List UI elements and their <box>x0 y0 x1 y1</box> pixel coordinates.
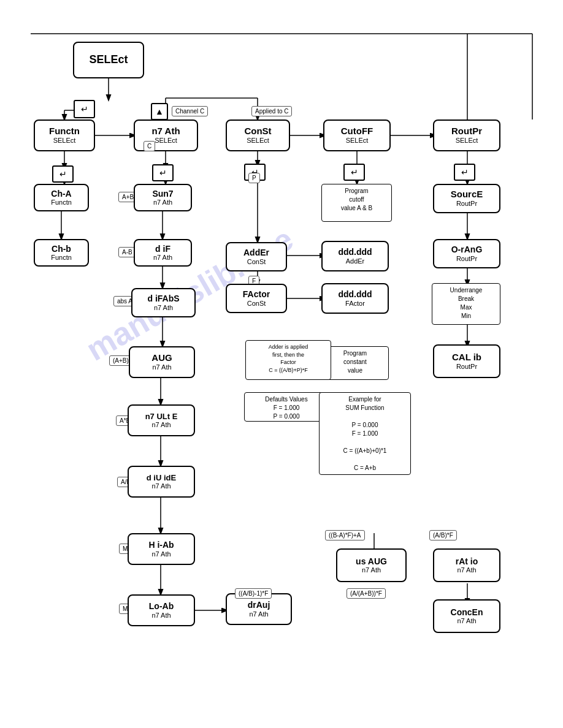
aapb-label: (A/(A+B))*F <box>347 588 386 599</box>
factor-box: FActor ConSt <box>226 284 287 313</box>
us-aug-box: us AUG n7 Ath <box>336 548 407 582</box>
cal-ib-box: CAL ib RoutPr <box>433 344 500 378</box>
enter-symbol-1: ↵ <box>74 100 95 118</box>
aug-box: AUG n7 Ath <box>129 346 195 378</box>
enter-symbol-3: ↵ <box>152 164 174 181</box>
o-rang-box: O-rAnG RoutPr <box>433 239 500 268</box>
source-box: SourcE RoutPr <box>433 184 500 213</box>
sun7-box: Sun7 n7 Ath <box>134 184 192 211</box>
channel-c-label: Channel C <box>172 106 208 116</box>
p-label: P <box>248 173 260 183</box>
lo-ab-box: Lo-Ab n7 Ath <box>128 594 195 626</box>
flowchart-diagram: manualslib.one <box>0 0 563 728</box>
adder-info-box: Adder is appliedfirst, then theFactorC =… <box>245 340 331 380</box>
defaults-info-box: Defaults ValuesF = 1.000P = 0.000 <box>244 392 329 422</box>
applied-c-label: Applied to C <box>251 106 292 116</box>
ch-a-box: Ch-A Functn <box>34 184 89 211</box>
c-label-box: C <box>144 141 155 151</box>
routpr-box: RoutPr SELEct <box>433 119 500 151</box>
ch-b-box: Ch-b Functn <box>34 239 89 267</box>
ab1-label: ((A/B)-1)*F <box>235 588 272 599</box>
bma-label: ((B-A)*F)+A <box>325 530 365 540</box>
n7-ulte-box: n7 ULt E n7 Ath <box>128 404 195 436</box>
ddd-factor-box: ddd.ddd FActor <box>321 283 389 314</box>
const-box: ConSt SELEct <box>226 119 290 151</box>
enter-symbol-2: ↵ <box>52 165 74 183</box>
sum-example-box: Example forSUM FunctionP = 0.000F = 1.00… <box>319 392 411 475</box>
enter-symbol-5: ↵ <box>343 164 365 181</box>
cutoff-box: CutoFF SELEct <box>323 119 391 151</box>
ddd-adder-box: ddd.ddd AddEr <box>321 241 389 271</box>
concen-box: ConcEn n7 Ath <box>433 599 500 633</box>
up-arrow-box: ▲ <box>151 103 168 120</box>
hi-ab-box: H i-Ab n7 Ath <box>128 533 195 565</box>
ratio-box: rAt io n7 Ath <box>433 548 500 582</box>
select-box: SELEct <box>73 42 144 78</box>
underrange-box: UnderrangeBreakMaxMin <box>432 283 500 325</box>
adder-box: AddEr ConSt <box>226 242 287 271</box>
divide-box: d iU idE n7 Ath <box>128 466 195 498</box>
d-ifabs-box: d iFAbS n7 Ath <box>131 288 196 317</box>
enter-symbol-6: ↵ <box>454 164 475 181</box>
ab-f-label: (A/B)*F <box>429 530 457 540</box>
prog-cutoff-box: Programcutoffvalue A & B <box>321 184 392 222</box>
functn-box: Functn SELEct <box>34 119 95 151</box>
prog-const-box: Programconstantvalue <box>321 346 389 380</box>
d-if-box: d iF n7 Ath <box>134 239 192 267</box>
